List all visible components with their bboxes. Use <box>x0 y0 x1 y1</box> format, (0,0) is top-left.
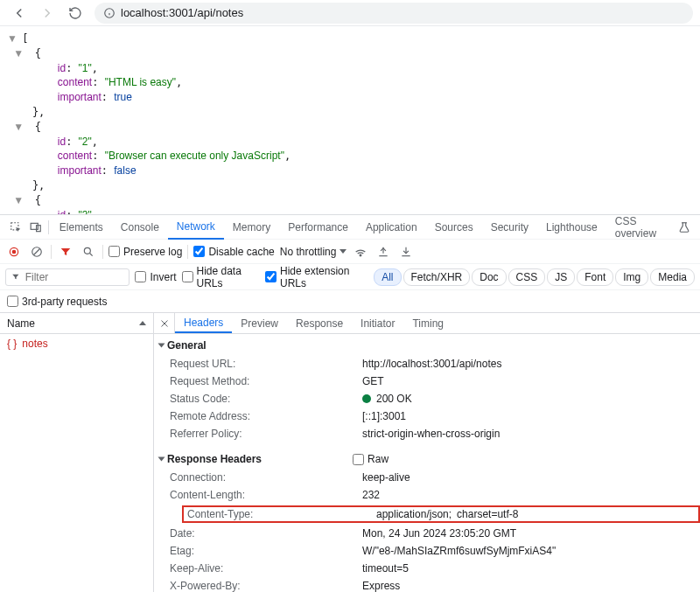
name-column-header[interactable]: Name <box>0 313 153 334</box>
header-row: Date:Mon, 24 Jun 2024 23:05:20 GMT <box>170 525 700 542</box>
browser-toolbar: localhost:3001/api/notes <box>0 0 700 26</box>
filter-pill-media[interactable]: Media <box>650 268 695 286</box>
header-key: Request Method: <box>170 375 362 387</box>
header-row: Status Code: 200 OK <box>170 390 700 407</box>
response-headers-toggle[interactable]: Response Headers Raw <box>154 451 700 467</box>
close-details-button[interactable] <box>154 313 175 333</box>
url-text: localhost:3001/api/notes <box>121 6 243 19</box>
filter-input[interactable] <box>25 271 124 283</box>
network-conditions-icon[interactable] <box>352 243 369 261</box>
inspect-element-icon[interactable] <box>5 217 25 238</box>
request-list: Name { }notes <box>0 313 154 592</box>
subtab-initiator[interactable]: Initiator <box>352 313 403 333</box>
header-key: Remote Address: <box>170 410 362 422</box>
tab-performance[interactable]: Performance <box>279 215 357 240</box>
network-filter-bar: Invert Hide data URLs Hide extension URL… <box>0 263 700 289</box>
third-party-checkbox[interactable]: 3rd-party requests <box>7 296 107 308</box>
tab-memory[interactable]: Memory <box>224 215 279 240</box>
header-value: keep-alive <box>362 471 410 484</box>
network-toolbar: Preserve log Disable cache No throttling <box>0 239 700 263</box>
header-value: GET <box>362 375 384 387</box>
type-filter-pills: AllFetch/XHRDocCSSJSFontImgMedia <box>374 268 695 286</box>
header-value: Mon, 24 Jun 2024 23:05:20 GMT <box>362 527 516 540</box>
raw-checkbox[interactable]: Raw <box>353 453 388 465</box>
preserve-log-checkbox[interactable]: Preserve log <box>108 246 182 258</box>
third-party-row: 3rd-party requests <box>0 289 700 312</box>
json-file-icon: { } <box>7 338 17 350</box>
header-row: X-Powered-By:Express <box>170 577 700 592</box>
tab-css-overview[interactable]: CSS overview <box>606 215 674 240</box>
header-row: Referrer Policy:strict-origin-when-cross… <box>170 425 700 442</box>
clear-button[interactable] <box>28 243 46 261</box>
tab-lighthouse[interactable]: Lighthouse <box>537 215 606 240</box>
status-dot-icon <box>362 394 371 403</box>
header-key: Status Code: <box>170 393 362 405</box>
filter-pill-css[interactable]: CSS <box>508 268 546 286</box>
svg-point-11 <box>84 247 90 254</box>
funnel-icon <box>11 272 20 282</box>
general-section: General Request URL:http://localhost:300… <box>154 334 700 448</box>
page-content-json: ▼ [ ▼ { id: "1", content: "HTML is easy"… <box>0 26 700 214</box>
network-main: Name { }notes HeadersPreviewResponseInit… <box>0 312 700 592</box>
tab-security[interactable]: Security <box>482 215 537 240</box>
header-key: Keep-Alive: <box>170 562 362 575</box>
header-value: application/json; charset=utf-8 <box>376 508 518 520</box>
subtab-timing[interactable]: Timing <box>403 313 452 333</box>
filter-pill-all[interactable]: All <box>374 268 401 286</box>
general-toggle[interactable]: General <box>154 338 700 353</box>
import-har-icon[interactable] <box>397 243 415 261</box>
forward-button[interactable] <box>35 1 60 25</box>
info-icon <box>103 7 116 19</box>
header-key: X-Powered-By: <box>170 580 362 592</box>
search-icon[interactable] <box>80 243 97 261</box>
header-value: http://localhost:3001/api/notes <box>362 358 501 370</box>
subtab-headers[interactable]: Headers <box>175 313 232 333</box>
header-row: Etag:W/"e8-/MahSIaZRmf6suwfSyMjmFxiAS4" <box>170 542 700 560</box>
disable-cache-checkbox[interactable]: Disable cache <box>193 246 274 258</box>
details-subtabs: HeadersPreviewResponseInitiatorTiming <box>154 313 700 334</box>
header-row: Keep-Alive:timeout=5 <box>170 560 700 577</box>
request-row[interactable]: { }notes <box>0 334 153 353</box>
header-key: Connection: <box>170 471 362 484</box>
header-value: [::1]:3001 <box>362 410 406 422</box>
filter-pill-img[interactable]: Img <box>615 268 648 286</box>
record-button[interactable] <box>5 243 23 261</box>
tab-elements[interactable]: Elements <box>51 215 112 240</box>
hide-data-urls-checkbox[interactable]: Hide data URLs <box>182 265 261 289</box>
svg-point-8 <box>12 249 17 254</box>
header-row: Connection:keep-alive <box>170 469 700 486</box>
header-value: W/"e8-/MahSIaZRmf6suwfSyMjmFxiAS4" <box>362 545 556 557</box>
header-value: strict-origin-when-cross-origin <box>362 428 500 440</box>
address-bar[interactable]: localhost:3001/api/notes <box>94 3 693 24</box>
request-name: notes <box>22 338 47 350</box>
reload-button[interactable] <box>63 1 88 25</box>
filter-pill-fetch-xhr[interactable]: Fetch/XHR <box>403 268 471 286</box>
invert-checkbox[interactable]: Invert <box>135 271 176 283</box>
filter-pill-font[interactable]: Font <box>577 268 613 286</box>
header-key: Content-Type: <box>187 508 376 520</box>
hide-extension-urls-checkbox[interactable]: Hide extension URLs <box>265 265 365 289</box>
tab-sources[interactable]: Sources <box>426 215 482 240</box>
back-button[interactable] <box>7 1 32 25</box>
request-details: HeadersPreviewResponseInitiatorTiming Ge… <box>154 313 700 592</box>
header-row: Request Method:GET <box>170 373 700 390</box>
tab-console[interactable]: Console <box>112 215 168 240</box>
header-key: Content-Length: <box>170 489 362 501</box>
filter-pill-js[interactable]: JS <box>547 268 575 286</box>
tab-network[interactable]: Network <box>168 215 224 240</box>
filter-box[interactable] <box>5 268 130 286</box>
subtab-preview[interactable]: Preview <box>232 313 287 333</box>
filter-pill-doc[interactable]: Doc <box>472 268 506 286</box>
experiments-icon[interactable] <box>674 217 695 238</box>
filter-icon[interactable] <box>57 243 74 261</box>
sort-indicator-icon <box>139 321 146 325</box>
device-toolbar-icon[interactable] <box>25 217 46 238</box>
devtools-tabbar: ElementsConsoleNetworkMemoryPerformanceA… <box>0 214 700 239</box>
header-key: Etag: <box>170 545 362 557</box>
throttling-dropdown[interactable]: No throttling <box>280 246 347 258</box>
header-key: Request URL: <box>170 358 362 370</box>
tab-application[interactable]: Application <box>357 215 426 240</box>
export-har-icon[interactable] <box>374 243 392 261</box>
subtab-response[interactable]: Response <box>287 313 352 333</box>
header-key: Date: <box>170 527 362 540</box>
